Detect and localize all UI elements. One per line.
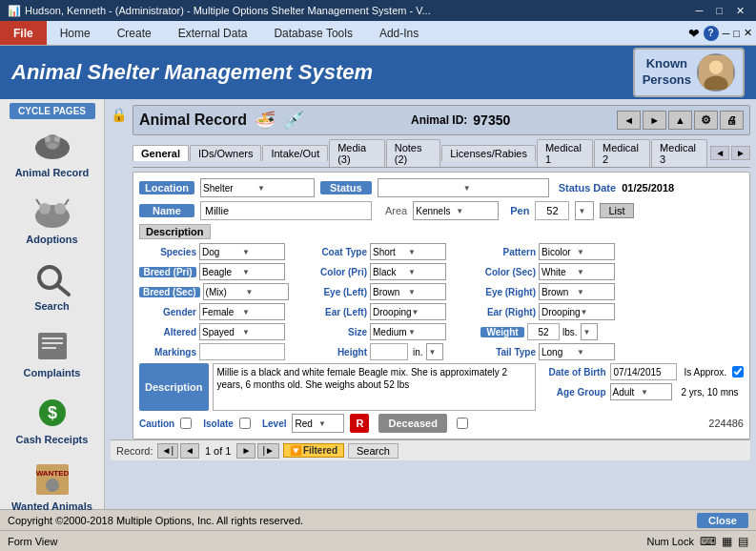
ear-right-select[interactable]: Drooping ▼ (539, 303, 615, 320)
pen-dropdown[interactable]: ▼ (575, 201, 594, 220)
status-right: Close (697, 513, 748, 528)
status-bar: Copyright ©2000-2018 Multiple Options, I… (0, 509, 756, 530)
coat-type-select[interactable]: Short ▼ (370, 243, 446, 260)
caution-checkbox[interactable] (180, 418, 192, 429)
status-select[interactable]: ▼ (378, 178, 549, 197)
tab-general[interactable]: General (133, 145, 189, 161)
tab-scroll-right[interactable]: ► (731, 146, 750, 160)
tab-notes[interactable]: Notes (2) (386, 139, 440, 167)
height-unit-select[interactable]: ▼ (426, 343, 443, 360)
add-ins-tab[interactable]: Add-Ins (366, 23, 432, 44)
sidebar-item-search[interactable]: Search (0, 256, 104, 316)
filtered-badge[interactable]: 🔽 Filtered (283, 443, 344, 458)
prev-record-button[interactable]: ◄ (617, 111, 641, 130)
close-button[interactable]: ✕ (732, 5, 748, 17)
svg-line-14 (57, 285, 69, 295)
first-record-button[interactable]: ◄| (157, 443, 179, 459)
species-select[interactable]: Dog ▼ (199, 243, 285, 260)
tail-type-select[interactable]: Long ▼ (539, 343, 615, 360)
description-textarea[interactable]: Millie is a black and white female Beagl… (213, 363, 536, 411)
app-close-icon[interactable]: ✕ (744, 27, 752, 39)
tab-medical1[interactable]: Medical 1 (537, 139, 593, 167)
deceased-button[interactable]: Deceased (378, 414, 446, 433)
name-input[interactable] (200, 201, 372, 220)
weight-unit-select[interactable]: ▼ (581, 323, 598, 340)
age-group-select[interactable]: Adult ▼ (610, 383, 672, 400)
tab-media[interactable]: Media (3) (329, 139, 385, 167)
color-pri-label: Color (Pri) (310, 267, 367, 277)
record-title: Animal Record (139, 112, 247, 129)
tab-ids-owners[interactable]: IDs/Owners (190, 145, 261, 161)
list-button[interactable]: List (600, 203, 633, 218)
tab-medical2[interactable]: Medical 2 (594, 139, 650, 167)
special-button-1[interactable]: ⚙ (694, 111, 718, 130)
color-pri-select[interactable]: Black ▼ (370, 263, 446, 280)
sidebar-item-adoptions[interactable]: Adoptions (0, 190, 104, 249)
status-button[interactable]: Status (320, 181, 372, 194)
ear-left-select[interactable]: Drooping ▼ (370, 303, 446, 320)
location-select[interactable]: Shelter ▼ (200, 178, 315, 197)
record-nav-bar: Record: ◄| ◄ 1 of 1 ► |► 🔽 Filtered Sear… (111, 439, 750, 460)
database-tools-tab[interactable]: Database Tools (260, 23, 366, 44)
size-select[interactable]: Medium ▼ (370, 323, 446, 340)
eye-right-field: Eye (Right) Brown ▼ (480, 283, 638, 300)
cycle-pages-button[interactable]: CYCLE PAGES (10, 103, 95, 119)
eye-left-select[interactable]: Brown ▼ (370, 283, 446, 300)
isolate-checkbox[interactable] (239, 418, 251, 429)
next-record-nav-button[interactable]: ► (236, 443, 255, 459)
tab-licenses[interactable]: Licenses/Rabies (441, 145, 536, 161)
markings-input[interactable] (199, 343, 285, 360)
breed-pri-select[interactable]: Beagle ▼ (199, 263, 285, 280)
level-select[interactable]: Red ▼ (292, 414, 344, 433)
color-sec-dropdown-icon: ▼ (577, 268, 612, 276)
pattern-label: Pattern (480, 247, 536, 257)
color-sec-select[interactable]: White ▼ (539, 263, 615, 280)
sidebar-item-complaints[interactable]: Complaints (0, 323, 104, 382)
help-icon[interactable]: ❤ (688, 26, 700, 41)
description-button[interactable]: Description (139, 363, 209, 411)
search-button[interactable]: Search (348, 443, 398, 459)
color-sec-field: Color (Sec) White ▼ (480, 263, 638, 280)
prev-record-nav-button[interactable]: ◄ (180, 443, 199, 459)
breed-sec-select[interactable]: (Mix) ▼ (203, 283, 289, 300)
color-sec-label: Color (Sec) (480, 267, 536, 277)
level-value: Red (295, 418, 318, 429)
tab-scroll-left[interactable]: ◄ (710, 146, 729, 160)
file-tab[interactable]: File (0, 21, 47, 45)
sidebar-item-wanted-animals[interactable]: WANTED Wanted Animals (0, 457, 104, 516)
close-button-status[interactable]: Close (697, 513, 748, 528)
restore-icon[interactable]: □ (733, 28, 740, 39)
question-icon[interactable]: ? (704, 26, 719, 41)
gender-select[interactable]: Female ▼ (199, 303, 285, 320)
next-record-button[interactable]: ► (643, 111, 666, 130)
sidebar-item-animal-record[interactable]: Animal Record (0, 123, 104, 182)
maximize-button[interactable]: □ (712, 5, 726, 17)
last-record-button[interactable]: |► (257, 443, 279, 459)
pen-input[interactable] (535, 201, 569, 220)
height-input[interactable] (370, 343, 408, 360)
area-select[interactable]: Kennels ▼ (413, 201, 499, 220)
window-icon[interactable]: ─ (723, 28, 730, 39)
dob-input[interactable] (610, 363, 677, 380)
print-button[interactable]: 🖨 (720, 111, 744, 130)
markings-label: Markings (139, 347, 196, 357)
weight-input[interactable] (527, 323, 560, 340)
tab-medical3[interactable]: Medical 3 (651, 139, 707, 167)
up-record-button[interactable]: ▲ (668, 111, 692, 130)
known-persons-button[interactable]: KnownPersons (633, 48, 745, 97)
is-approx-checkbox[interactable] (732, 366, 744, 378)
deceased-checkbox[interactable] (457, 418, 468, 429)
svg-point-9 (39, 203, 51, 214)
altered-select[interactable]: Spayed ▼ (199, 323, 285, 340)
minimize-button[interactable]: ─ (692, 5, 707, 17)
eye-right-select[interactable]: Brown ▼ (539, 283, 615, 300)
gender-field: Gender Female ▼ (139, 303, 306, 320)
create-tab[interactable]: Create (104, 23, 165, 44)
tab-intake-out[interactable]: Intake/Out (262, 145, 328, 161)
pattern-select[interactable]: Bicolor ▼ (539, 243, 615, 260)
sidebar-item-cash-receipts[interactable]: $ Cash Receipts (0, 390, 104, 449)
home-tab[interactable]: Home (47, 23, 104, 44)
level-dropdown-icon: ▼ (318, 419, 342, 428)
external-data-tab[interactable]: External Data (165, 23, 261, 44)
syringe-icon: 💉 (283, 110, 304, 131)
